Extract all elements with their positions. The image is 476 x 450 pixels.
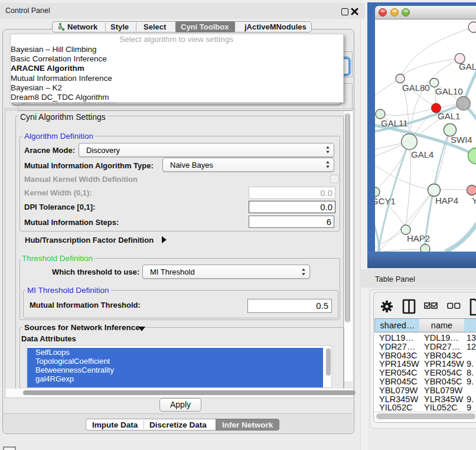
svg-text:GAL10: GAL10 bbox=[435, 86, 463, 96]
svg-text:Y: Y bbox=[472, 195, 476, 206]
svg-text:GAL1: GAL1 bbox=[438, 111, 460, 121]
svg-text:HAP2: HAP2 bbox=[407, 233, 430, 243]
svg-text:HAP4: HAP4 bbox=[435, 195, 458, 206]
svg-text:GAL4: GAL4 bbox=[411, 149, 433, 159]
svg-text:GAL7: GAL7 bbox=[459, 61, 476, 71]
svg-text:GCY1: GCY1 bbox=[375, 196, 396, 206]
svg-text:GAL11: GAL11 bbox=[381, 118, 408, 128]
svg-text:SWI4: SWI4 bbox=[451, 135, 472, 145]
svg-text:GAL80: GAL80 bbox=[402, 83, 430, 93]
